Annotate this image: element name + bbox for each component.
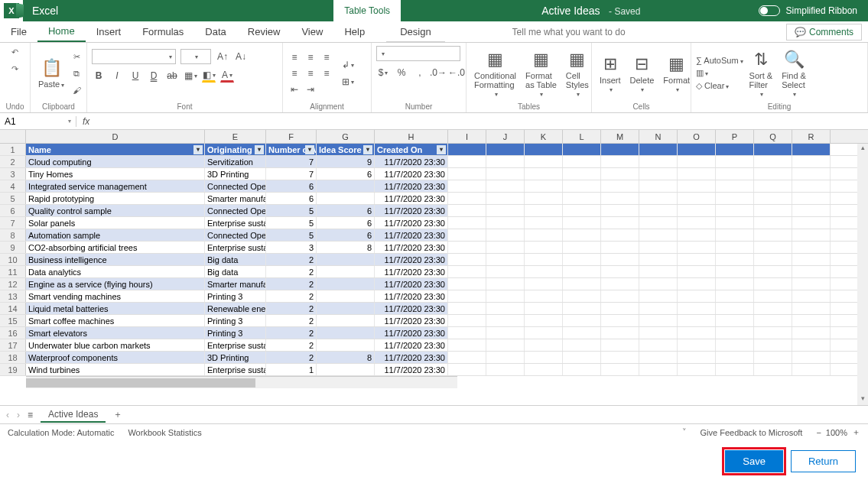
- table-header-cell[interactable]: Created On▾: [375, 144, 448, 155]
- column-header-N[interactable]: N: [639, 130, 678, 143]
- row-header[interactable]: 11: [0, 266, 26, 277]
- column-header-P[interactable]: P: [716, 130, 754, 143]
- table-row[interactable]: 17Underwater blue carbon marketsEnterpri…: [0, 339, 868, 352]
- column-header-G[interactable]: G: [317, 130, 375, 143]
- align-center-icon[interactable]: ≡: [304, 66, 317, 80]
- filter-icon[interactable]: ▾: [305, 145, 314, 154]
- font-size-select[interactable]: [180, 49, 211, 64]
- conditional-formatting-button[interactable]: ▦Conditional Formatting: [471, 48, 519, 99]
- filter-icon[interactable]: ▾: [255, 145, 264, 154]
- tab-formulas[interactable]: Formulas: [132, 21, 194, 42]
- table-row[interactable]: 12Engine as a service (flying hours)Smar…: [0, 278, 868, 290]
- table-header-cell[interactable]: Originating cl▾: [205, 144, 266, 155]
- horizontal-scrollbar[interactable]: [26, 376, 457, 388]
- table-row[interactable]: 5Rapid prototypingSmarter manufa611/7/20…: [0, 193, 868, 205]
- column-header-E[interactable]: E: [205, 130, 266, 143]
- tab-help[interactable]: Help: [333, 21, 375, 42]
- workbook-stats[interactable]: Workbook Statistics: [128, 428, 201, 437]
- table-row[interactable]: 19Wind turbinesEnterprise susta111/7/202…: [0, 364, 868, 376]
- comments-button[interactable]: 💬 Comments: [786, 24, 862, 41]
- wrap-text-icon[interactable]: ↲: [341, 58, 355, 72]
- number-format-select[interactable]: [376, 46, 460, 61]
- table-header-cell[interactable]: Name▾: [26, 144, 205, 155]
- table-row[interactable]: 3Tiny Homes3D Printing7611/7/2020 23:30: [0, 168, 868, 180]
- sheet-next-icon[interactable]: ›: [17, 410, 20, 420]
- column-header-Q[interactable]: Q: [754, 130, 792, 143]
- bold-button[interactable]: B: [92, 69, 106, 83]
- table-row[interactable]: 2Cloud computingServitization7911/7/2020…: [0, 156, 868, 168]
- decrease-decimal-icon[interactable]: ←.0: [450, 66, 463, 79]
- align-bottom-icon[interactable]: ≡: [320, 50, 333, 64]
- row-header[interactable]: 12: [0, 278, 26, 290]
- tab-home[interactable]: Home: [37, 21, 86, 42]
- redo-icon[interactable]: ↷: [9, 63, 21, 75]
- formula-input[interactable]: [96, 116, 868, 127]
- currency-icon[interactable]: $: [376, 66, 390, 79]
- format-as-table-button[interactable]: ▦Format as Table: [522, 48, 560, 99]
- table-row[interactable]: 18Waterproof components3D Printing2811/7…: [0, 352, 868, 364]
- table-row[interactable]: 10Business intelligenceBig data211/7/202…: [0, 254, 868, 266]
- filter-icon[interactable]: ▾: [193, 145, 203, 154]
- row-header[interactable]: 3: [0, 168, 26, 180]
- return-button[interactable]: Return: [791, 450, 856, 472]
- table-row[interactable]: 16Smart elevatorsPrinting 3211/7/2020 23…: [0, 327, 868, 339]
- tab-insert[interactable]: Insert: [86, 21, 132, 42]
- find-select-button[interactable]: 🔍Find & Select: [779, 48, 809, 99]
- column-header-I[interactable]: I: [448, 130, 486, 143]
- row-header[interactable]: 8: [0, 229, 26, 241]
- decrease-font-icon[interactable]: A↓: [234, 50, 248, 63]
- column-header-D[interactable]: D: [26, 130, 205, 143]
- column-header-L[interactable]: L: [563, 130, 601, 143]
- column-header-K[interactable]: K: [525, 130, 563, 143]
- format-cells-button[interactable]: ▦Format: [660, 53, 693, 95]
- cell-styles-button[interactable]: ▦Cell Styles: [563, 48, 592, 99]
- increase-font-icon[interactable]: A↑: [216, 50, 229, 63]
- table-row[interactable]: 7Solar panelsEnterprise susta5611/7/2020…: [0, 217, 868, 229]
- vertical-scrollbar[interactable]: ▴▾: [857, 144, 868, 405]
- sort-filter-button[interactable]: ⇅Sort & Filter: [746, 48, 776, 99]
- add-sheet-icon[interactable]: ＋: [113, 408, 122, 421]
- italic-button[interactable]: I: [110, 69, 124, 83]
- format-painter-icon[interactable]: 🖌: [70, 84, 83, 96]
- table-row[interactable]: 6Quality control sampleConnected Oper561…: [0, 205, 868, 217]
- cut-icon[interactable]: ✂: [70, 50, 83, 63]
- table-header-cell[interactable]: Number of V▾: [266, 144, 317, 155]
- merge-cells-icon[interactable]: ⊞: [341, 75, 355, 89]
- table-row[interactable]: 8Automation sampleConnected Oper5611/7/2…: [0, 229, 868, 242]
- clear-button[interactable]: ◇ Clear: [696, 81, 743, 91]
- row-header[interactable]: 13: [0, 290, 26, 302]
- save-button[interactable]: Save: [725, 450, 783, 472]
- tab-file[interactable]: File: [0, 21, 37, 42]
- column-header-O[interactable]: O: [678, 130, 716, 143]
- row-header[interactable]: 2: [0, 156, 26, 167]
- row-header[interactable]: 19: [0, 364, 26, 375]
- row-header[interactable]: 16: [0, 327, 26, 339]
- table-row[interactable]: 15Smart coffee machinesPrinting 3211/7/2…: [0, 315, 868, 327]
- double-underline-button[interactable]: D: [147, 69, 161, 83]
- table-row[interactable]: 4Integrated service managementConnected …: [0, 180, 868, 193]
- zoom-out-icon[interactable]: −: [816, 428, 821, 437]
- spreadsheet-grid[interactable]: DEFGHIJKLMNOPQR 1Name▾Originating cl▾Num…: [0, 130, 868, 405]
- increase-indent-icon[interactable]: ⇥: [304, 83, 317, 96]
- autosum-button[interactable]: ∑ AutoSum: [696, 56, 743, 65]
- table-row[interactable]: 9CO2-absorbing artificial treesEnterpris…: [0, 242, 868, 254]
- font-color-button[interactable]: A: [220, 69, 234, 83]
- table-row[interactable]: 13Smart vending machinesPrinting 3211/7/…: [0, 290, 868, 303]
- table-row[interactable]: 11Data analyticsBig data211/7/2020 23:30: [0, 266, 868, 278]
- font-family-select[interactable]: [92, 49, 176, 64]
- zoom-control[interactable]: − 100% ＋: [816, 426, 860, 438]
- sheet-list-icon[interactable]: ≡: [28, 410, 33, 420]
- sheet-prev-icon[interactable]: ‹: [6, 410, 9, 420]
- tab-review[interactable]: Review: [237, 21, 291, 42]
- column-header-H[interactable]: H: [375, 130, 448, 143]
- tell-me-input[interactable]: [506, 21, 690, 42]
- select-all-corner[interactable]: [0, 130, 26, 143]
- feedback-link[interactable]: Give Feedback to Microsoft: [701, 428, 803, 437]
- underline-button[interactable]: U: [128, 69, 142, 83]
- comma-icon[interactable]: ,: [413, 66, 427, 79]
- row-header[interactable]: 7: [0, 217, 26, 229]
- delete-cells-button[interactable]: ⊟Delete: [627, 53, 658, 95]
- simplified-ribbon-toggle[interactable]: Simplified Ribbon: [759, 5, 857, 16]
- table-row[interactable]: 14Liquid metal batteriesRenewable ener21…: [0, 303, 868, 315]
- strikethrough-button[interactable]: ab: [165, 69, 179, 83]
